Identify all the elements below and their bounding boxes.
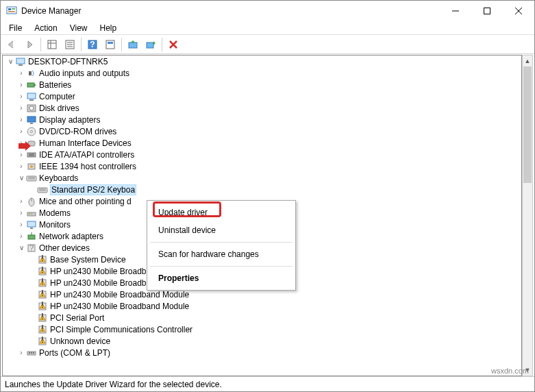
menu-file[interactable]: File <box>3 22 27 34</box>
tree-category[interactable]: ›DVD/CD-ROM drives <box>3 125 521 137</box>
tree-item-label: Monitors <box>39 220 71 230</box>
expander-icon[interactable]: › <box>16 116 26 123</box>
tree-device[interactable]: !PCI Simple Communications Controller <box>3 323 521 335</box>
show-hidden-button[interactable] <box>44 36 60 53</box>
other-icon: ? <box>26 243 37 254</box>
context-item-uninstall-device[interactable]: Uninstall device <box>149 221 294 239</box>
modem-icon <box>26 208 37 219</box>
help-button[interactable]: ? <box>84 36 101 53</box>
expander-icon[interactable]: › <box>16 151 26 158</box>
svg-point-41 <box>30 165 33 168</box>
svg-rect-33 <box>30 123 33 124</box>
svg-point-31 <box>29 106 34 110</box>
tree-category[interactable]: ›Display adapters <box>3 114 521 125</box>
menu-view[interactable]: View <box>64 22 93 34</box>
tree-category[interactable]: ›Computer <box>3 90 521 102</box>
svg-text:!: ! <box>41 266 43 275</box>
tree-item-label: HP un2430 Mobile Broadband Module <box>50 302 189 311</box>
tree-item-label: Batteries <box>39 80 71 90</box>
window-title: Device Manager <box>21 6 440 16</box>
expander-icon[interactable]: › <box>16 69 26 77</box>
back-button[interactable] <box>3 36 20 53</box>
svg-point-76 <box>29 352 30 354</box>
svg-rect-26 <box>27 83 34 87</box>
tree-item-label: DESKTOP-DFTNRK5 <box>28 57 108 66</box>
scan-hardware-button[interactable] <box>142 36 159 53</box>
tree-category[interactable]: ›Disk drives <box>3 102 521 114</box>
svg-rect-18 <box>108 42 113 44</box>
tree-category[interactable]: ›IDE ATA/ATAPI controllers <box>3 149 521 160</box>
app-icon <box>6 5 17 16</box>
expander-icon[interactable]: › <box>16 104 26 112</box>
context-item-scan-for-hardware-changes[interactable]: Scan for hardware changes <box>149 245 294 263</box>
tree-item-label: Network adapters <box>39 232 103 241</box>
svg-point-78 <box>33 352 34 354</box>
context-separator <box>150 266 293 267</box>
forward-button[interactable] <box>21 36 38 53</box>
action-button[interactable] <box>102 36 119 53</box>
close-button[interactable] <box>503 1 534 21</box>
expander-icon[interactable]: ∨ <box>16 174 26 182</box>
tree-device[interactable]: !PCI Serial Port <box>3 312 521 323</box>
svg-rect-23 <box>16 58 25 64</box>
properties-button[interactable] <box>62 36 78 53</box>
svg-text:?: ? <box>90 40 95 49</box>
audio-icon <box>26 68 37 79</box>
keyboard-icon <box>37 184 48 195</box>
context-item-update-driver[interactable]: Update driver <box>149 204 294 221</box>
expander-icon[interactable]: › <box>16 209 26 217</box>
svg-rect-1 <box>8 8 11 10</box>
update-driver-button[interactable] <box>125 36 141 53</box>
scroll-thumb[interactable] <box>523 66 532 183</box>
tree-item-label: Mice and other pointing d <box>39 197 132 206</box>
expander-icon[interactable]: › <box>16 93 26 100</box>
uninstall-button[interactable] <box>165 36 182 53</box>
toolbar-separator <box>40 38 41 51</box>
tree-item-label: IDE ATA/ATAPI controllers <box>39 150 134 160</box>
tree-category[interactable]: ›Human Interface Devices <box>3 137 521 149</box>
display-icon <box>26 114 37 125</box>
svg-point-52 <box>31 213 32 215</box>
warn-icon: ! <box>37 336 48 347</box>
maximize-button[interactable] <box>471 1 503 21</box>
tree-category[interactable]: ›Ports (COM & LPT) <box>3 347 521 358</box>
svg-point-35 <box>31 130 33 132</box>
tree-category[interactable]: ›Audio inputs and outputs <box>3 67 521 79</box>
tree-item-label: IEEE 1394 host controllers <box>39 162 136 171</box>
expander-icon[interactable]: › <box>16 127 26 135</box>
svg-point-51 <box>29 213 30 215</box>
svg-rect-5 <box>484 8 490 14</box>
expander-icon[interactable]: › <box>16 221 26 228</box>
tree-item-label: Human Interface Devices <box>39 138 132 148</box>
menu-action[interactable]: Action <box>29 22 62 34</box>
expander-icon[interactable]: › <box>16 197 26 205</box>
scroll-up-arrow[interactable]: ▲ <box>523 56 532 66</box>
tree-item-label: Other devices <box>39 243 90 253</box>
svg-text:!: ! <box>41 336 43 345</box>
svg-rect-24 <box>18 64 23 66</box>
tree-item-label: Modems <box>39 208 71 218</box>
tree-device[interactable]: !Unknown device <box>3 335 521 347</box>
tree-category[interactable]: ›IEEE 1394 host controllers <box>3 160 521 172</box>
minimize-button[interactable] <box>440 1 471 21</box>
tree-item-label: Display adapters <box>39 115 100 125</box>
expander-icon[interactable]: › <box>16 232 26 240</box>
tree-device[interactable]: Standard PS/2 Keyboa <box>3 184 521 195</box>
vertical-scrollbar[interactable]: ▲ ▼ <box>522 55 533 376</box>
context-item-properties[interactable]: Properties <box>149 269 294 287</box>
expander-icon[interactable]: › <box>16 162 26 170</box>
tree-root[interactable]: ∨DESKTOP-DFTNRK5 <box>3 56 521 67</box>
svg-rect-53 <box>27 221 36 227</box>
expander-icon[interactable]: › <box>16 349 26 356</box>
status-text: Launches the Update Driver Wizard for th… <box>5 380 222 389</box>
tree-device[interactable]: !HP un2430 Mobile Broadband Module <box>3 300 521 312</box>
computer-icon <box>15 56 26 67</box>
toolbar-separator <box>81 38 82 51</box>
titlebar: Device Manager <box>1 1 534 21</box>
expander-icon[interactable]: › <box>16 81 26 88</box>
menu-help[interactable]: Help <box>95 22 123 34</box>
tree-category[interactable]: ›Batteries <box>3 79 521 90</box>
tree-category[interactable]: ∨Keyboards <box>3 172 521 184</box>
expander-icon[interactable]: ∨ <box>5 58 15 65</box>
expander-icon[interactable]: ∨ <box>16 244 26 252</box>
